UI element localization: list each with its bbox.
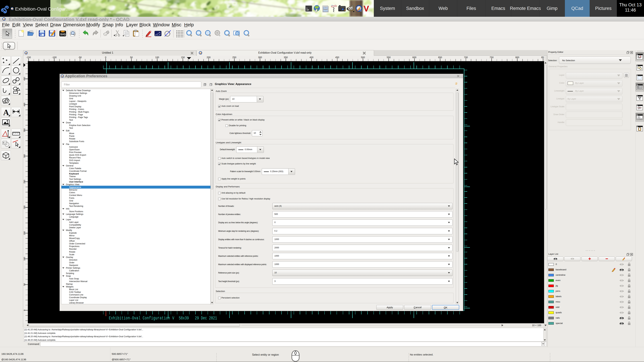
svg-text:c: command: c: command <box>638 119 642 119</box>
svg-text:SVG: SVG <box>60 33 66 36</box>
svg-text:A: A <box>3 108 9 116</box>
svg-text:V: V <box>364 5 369 12</box>
svg-text:>_: >_ <box>306 7 309 10</box>
